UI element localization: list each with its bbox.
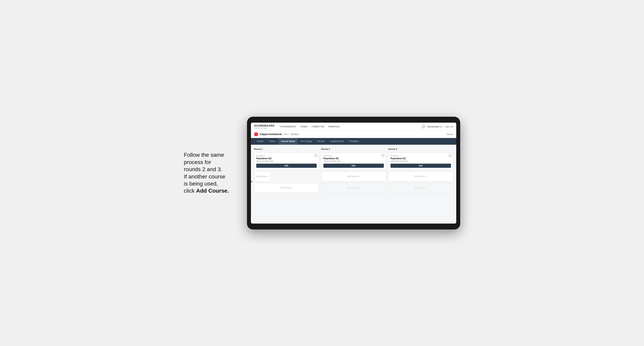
plus-icon-1b: + bbox=[292, 186, 293, 189]
round-2-column: Round 2 × (Course A) Peachtree GC Yellow… bbox=[321, 148, 386, 193]
logo-area: SCOREBOARD Powered by clippd bbox=[254, 124, 274, 129]
nav-links: TOURNAMENTS TEAMS COMMITTEE RANKINGS bbox=[279, 125, 417, 129]
round-1-add-area: Add Course + bbox=[254, 172, 319, 181]
tab-results[interactable]: Results bbox=[314, 138, 327, 145]
men-badge: (Men) bbox=[284, 133, 289, 135]
round-1-title: Round 1 bbox=[254, 148, 319, 150]
nav-committee[interactable]: COMMITTEE bbox=[312, 125, 324, 129]
round-3-remove-btn[interactable]: × bbox=[448, 154, 452, 157]
plus-icon-1: + bbox=[268, 175, 269, 178]
tablet-screen: SCOREBOARD Powered by clippd TOURNAMENTS… bbox=[251, 123, 456, 224]
round-1-edit-button[interactable]: Edit bbox=[256, 164, 317, 168]
round-2-add-course-button[interactable]: Add Course + bbox=[321, 172, 386, 181]
plus-icon-3: + bbox=[426, 175, 427, 178]
sign-out-link[interactable]: Sign out bbox=[445, 125, 453, 128]
content-area: Round 1 × (Course A) Peachtree GC Yellow… bbox=[251, 145, 456, 224]
round-1-remove-btn[interactable]: × bbox=[314, 154, 318, 157]
tab-tee-groups[interactable]: Tee Groups bbox=[298, 138, 315, 145]
round-2-course-details: Yellow (M) (6629 yds) bbox=[324, 160, 384, 162]
tab-course-setup[interactable]: Course Setup bbox=[278, 138, 298, 145]
round-3-title: Round 3 bbox=[388, 148, 453, 150]
tab-bar: Details Teams Course Setup Tee Groups Re… bbox=[251, 138, 456, 145]
round-3-add-course-button-2: Add Course + bbox=[388, 183, 453, 193]
plus-icon-2: + bbox=[358, 175, 360, 178]
round-1-course-card: × (Course A) Peachtree GC Yellow (M) (66… bbox=[254, 153, 319, 170]
cancel-button[interactable]: Cancel bbox=[446, 133, 453, 136]
round-2-course-label: (Course A) bbox=[324, 155, 384, 157]
nav-tournaments[interactable]: TOURNAMENTS bbox=[279, 125, 296, 129]
round-1-add-course-button[interactable]: Add Course + bbox=[254, 172, 271, 181]
logo-title: SCOREBOARD bbox=[254, 124, 274, 127]
round-3-column: Round 3 × (Course A) Peachtree GC Yellow… bbox=[388, 148, 453, 193]
round-2-course-card: × (Course A) Peachtree GC Yellow (M) (66… bbox=[321, 153, 386, 170]
round-3-course-details: Yellow (M) (6629 yds) bbox=[390, 160, 451, 162]
hosting-badge: Hosting bbox=[290, 133, 299, 136]
tablet-frame: SCOREBOARD Powered by clippd TOURNAMENTS… bbox=[247, 117, 460, 229]
round-3-add-course-button[interactable]: Add Course + bbox=[388, 172, 453, 181]
tournament-name: Clippd Invitational bbox=[260, 133, 282, 136]
round-3-course-label: (Course A) bbox=[390, 155, 451, 157]
top-nav: SCOREBOARD Powered by clippd TOURNAMENTS… bbox=[251, 123, 456, 131]
round-2-edit-button[interactable]: Edit bbox=[324, 164, 384, 168]
round-3-add-course-label: Add Course + bbox=[414, 175, 427, 178]
round-1-add-course-label-2: Add Course + bbox=[280, 186, 293, 189]
separator: | bbox=[443, 125, 444, 128]
user-avatar bbox=[422, 125, 426, 129]
sub-header: C Clippd Invitational (Men) Hosting Canc… bbox=[251, 131, 456, 138]
clippd-logo: C bbox=[254, 132, 258, 136]
plus-icon-3b: + bbox=[426, 186, 427, 189]
tab-printables[interactable]: Printables bbox=[346, 138, 362, 145]
round-2-add-course-label: Add Course + bbox=[347, 175, 360, 178]
round-2-add-course-button-2: Add Course + bbox=[321, 183, 386, 193]
sub-header-left: C Clippd Invitational (Men) Hosting bbox=[254, 132, 299, 136]
round-2-course-name: Peachtree GC bbox=[324, 157, 384, 160]
round-3-course-card: × (Course A) Peachtree GC Yellow (M) (66… bbox=[388, 153, 453, 170]
rounds-grid: Round 1 × (Course A) Peachtree GC Yellow… bbox=[254, 148, 453, 193]
logo-subtitle: Powered by clippd bbox=[254, 127, 274, 129]
round-1-add-course-button-2[interactable]: Add Course + bbox=[254, 183, 319, 193]
plus-icon-2b: + bbox=[358, 186, 360, 189]
round-1-course-label: (Course A) bbox=[256, 155, 317, 157]
round-3-course-name: Peachtree GC bbox=[390, 157, 451, 160]
round-1-add-course-label: Add Course + bbox=[256, 175, 269, 178]
round-3-edit-button[interactable]: Edit bbox=[390, 164, 451, 168]
nav-right: blair@clippd.io | Sign out bbox=[422, 125, 453, 129]
user-email: blair@clippd.io bbox=[427, 125, 441, 128]
round-2-title: Round 2 bbox=[321, 148, 386, 150]
instruction-text: Follow the sameprocess forrounds 2 and 3… bbox=[184, 152, 239, 194]
round-1-course-details: Yellow (M) (6629 yds) bbox=[256, 160, 317, 162]
tab-details[interactable]: Details bbox=[254, 138, 266, 145]
nav-rankings[interactable]: RANKINGS bbox=[328, 125, 340, 129]
round-1-column: Round 1 × (Course A) Peachtree GC Yellow… bbox=[254, 148, 319, 193]
round-2-remove-btn[interactable]: × bbox=[382, 154, 384, 157]
round-3-add-course-label-2: Add Course + bbox=[414, 186, 427, 189]
round-1-course-name: Peachtree GC bbox=[256, 157, 317, 160]
tab-teams[interactable]: Teams bbox=[266, 138, 278, 145]
round-2-add-course-label-2: Add Course + bbox=[347, 186, 360, 189]
tab-leaderboards[interactable]: Leaderboards bbox=[327, 138, 346, 145]
nav-teams[interactable]: TEAMS bbox=[300, 125, 308, 129]
